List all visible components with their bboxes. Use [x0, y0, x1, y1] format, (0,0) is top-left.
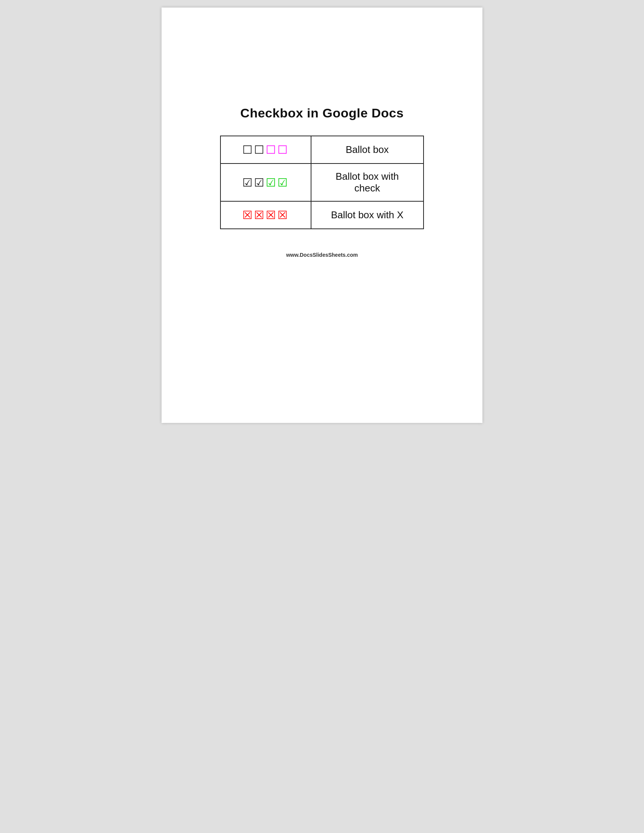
table-row: ☒☒☒☒ Ballot box with X [220, 201, 424, 229]
ballot-box-black-2: ☐ [254, 143, 266, 156]
ballot-check-black-1: ☑ [243, 176, 254, 189]
checkbox-table: ☐☐☐☐ Ballot box ☑☑☑☑ Ballot box with che… [220, 135, 424, 229]
ballot-x-red-4: ☒ [278, 209, 289, 221]
ballot-check-black-2: ☑ [254, 176, 266, 189]
ballot-x-label: Ballot box with X [311, 201, 424, 229]
ballot-x-red-2: ☒ [254, 209, 266, 221]
ballot-check-green-1: ☑ [266, 176, 278, 189]
page-title: Checkbox in Google Docs [241, 106, 404, 121]
ballot-check-label: Ballot box with check [311, 164, 424, 201]
ballot-x-symbols: ☒☒☒☒ [220, 201, 311, 229]
ballot-box-symbols: ☐☐☐☐ [220, 136, 311, 164]
table-row: ☐☐☐☐ Ballot box [220, 136, 424, 164]
document-page: Checkbox in Google Docs ☐☐☐☐ Ballot box … [162, 8, 482, 423]
ballot-box-label: Ballot box [311, 136, 424, 164]
ballot-box-black-1: ☐ [243, 143, 254, 156]
ballot-check-green-2: ☑ [278, 176, 289, 189]
ballot-x-red-1: ☒ [243, 209, 254, 221]
ballot-x-red-3: ☒ [266, 209, 278, 221]
website-link: www.DocsSlidesSheets.com [286, 252, 358, 258]
ballot-box-magenta-1: ☐ [266, 143, 278, 156]
ballot-check-symbols: ☑☑☑☑ [220, 164, 311, 201]
ballot-box-magenta-2: ☐ [278, 143, 289, 156]
table-row: ☑☑☑☑ Ballot box with check [220, 164, 424, 201]
